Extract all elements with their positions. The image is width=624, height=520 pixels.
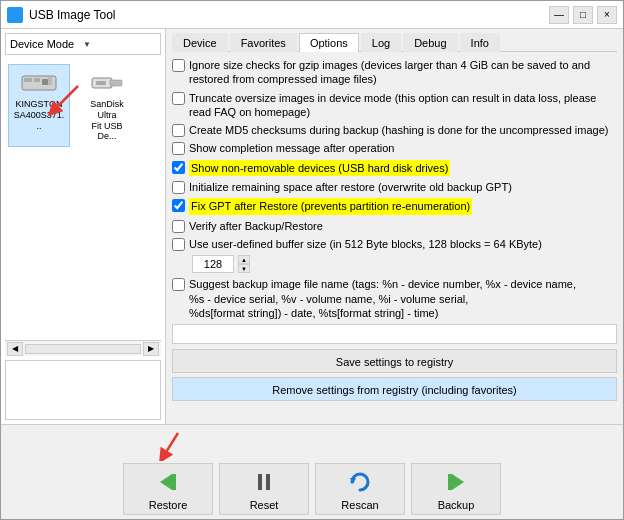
main-window: USB Image Tool — □ × Device Mode ▼ bbox=[0, 0, 624, 520]
dropdown-arrow-icon: ▼ bbox=[83, 40, 156, 49]
buffer-row: ▲ ▼ bbox=[192, 255, 617, 273]
checkbox-opt7[interactable] bbox=[172, 199, 185, 212]
tab-favorites[interactable]: Favorites bbox=[230, 33, 297, 52]
spinner-arrows: ▲ ▼ bbox=[238, 255, 250, 273]
rescan-label: Rescan bbox=[341, 499, 378, 511]
tab-info[interactable]: Info bbox=[460, 33, 500, 52]
device-item-sandisk[interactable]: SanDisk UltraFit USB De... bbox=[77, 65, 137, 146]
kingston-label: KINGSTONSA400S371... bbox=[13, 99, 65, 131]
option-label-2: Truncate oversize images in device mode … bbox=[189, 91, 617, 120]
tabs-bar: Device Favorites Options Log Debug Info bbox=[172, 33, 617, 52]
option-label-4: Show completion message after operation bbox=[189, 141, 394, 155]
main-content: Device Mode ▼ KINGSTONSA400 bbox=[1, 29, 623, 424]
window-title: USB Image Tool bbox=[29, 8, 549, 22]
backup-icon bbox=[442, 468, 470, 496]
svg-rect-1 bbox=[11, 13, 14, 15]
checkbox-opt1[interactable] bbox=[172, 59, 185, 72]
suggest-input-field[interactable] bbox=[172, 324, 617, 344]
svg-marker-18 bbox=[452, 474, 464, 490]
mode-label: Device Mode bbox=[10, 38, 83, 50]
backup-btn-container: Backup bbox=[411, 431, 501, 515]
tab-device[interactable]: Device bbox=[172, 33, 228, 52]
rescan-icon bbox=[346, 468, 374, 496]
tab-options[interactable]: Options bbox=[299, 33, 359, 52]
svg-rect-4 bbox=[24, 78, 32, 82]
sandisk-icon bbox=[87, 69, 127, 97]
device-item-kingston[interactable]: KINGSTONSA400S371... bbox=[9, 65, 69, 146]
remove-registry-button[interactable]: Remove settings from registry (including… bbox=[172, 377, 617, 401]
option-row-6: Initialize remaining space after restore… bbox=[172, 180, 617, 194]
reset-label: Reset bbox=[250, 499, 279, 511]
restore-icon bbox=[154, 468, 182, 496]
option-row-5: Show non-removable devices (USB hard dis… bbox=[172, 160, 617, 176]
reset-button[interactable]: Reset bbox=[219, 463, 309, 515]
checkbox-opt2[interactable] bbox=[172, 92, 185, 105]
restore-btn-container: Restore bbox=[123, 431, 213, 515]
backup-button[interactable]: Backup bbox=[411, 463, 501, 515]
suggest-option-label: Suggest backup image file name (tags: %n… bbox=[189, 277, 576, 320]
checkbox-opt9[interactable] bbox=[172, 238, 185, 251]
checkbox-opt5[interactable] bbox=[172, 161, 185, 174]
svg-point-2 bbox=[17, 12, 20, 15]
backup-label: Backup bbox=[438, 499, 475, 511]
svg-rect-7 bbox=[48, 77, 52, 85]
svg-rect-14 bbox=[172, 474, 176, 490]
mode-dropdown[interactable]: Device Mode ▼ bbox=[5, 33, 161, 55]
left-panel: Device Mode ▼ KINGSTONSA400 bbox=[1, 29, 166, 424]
save-registry-button[interactable]: Save settings to registry bbox=[172, 349, 617, 373]
spinner-up-button[interactable]: ▲ bbox=[238, 255, 250, 264]
checkbox-opt6[interactable] bbox=[172, 181, 185, 194]
right-panel: Device Favorites Options Log Debug Info … bbox=[166, 29, 623, 424]
reset-btn-container: Reset bbox=[219, 431, 309, 515]
spinner-down-button[interactable]: ▼ bbox=[238, 264, 250, 273]
checkbox-opt4[interactable] bbox=[172, 142, 185, 155]
reset-icon bbox=[250, 468, 278, 496]
option-row-9: Use user-defined buffer size (in 512 Byt… bbox=[172, 237, 617, 251]
option-label-7: Fix GPT after Restore (prevents partitio… bbox=[189, 198, 472, 214]
svg-rect-0 bbox=[9, 11, 21, 19]
svg-rect-5 bbox=[34, 78, 40, 82]
window-controls: — □ × bbox=[549, 6, 617, 24]
option-row-2: Truncate oversize images in device mode … bbox=[172, 91, 617, 120]
suggest-option-row: Suggest backup image file name (tags: %n… bbox=[172, 277, 617, 320]
device-list: KINGSTONSA400S371... SanDisk UltraFit US… bbox=[5, 61, 161, 340]
maximize-button[interactable]: □ bbox=[573, 6, 593, 24]
restore-button[interactable]: Restore bbox=[123, 463, 213, 515]
rescan-button[interactable]: Rescan bbox=[315, 463, 405, 515]
svg-rect-9 bbox=[110, 80, 122, 86]
buffer-size-input[interactable] bbox=[192, 255, 234, 273]
checkbox-opt3[interactable] bbox=[172, 124, 185, 137]
restore-label: Restore bbox=[149, 499, 188, 511]
horizontal-scrollbar[interactable]: ◀ ▶ bbox=[5, 340, 161, 356]
svg-line-12 bbox=[163, 433, 178, 457]
option-row-3: Create MD5 checksums during backup (hash… bbox=[172, 123, 617, 137]
option-row-1: Ignore size checks for gzip images (devi… bbox=[172, 58, 617, 87]
option-label-1: Ignore size checks for gzip images (devi… bbox=[189, 58, 617, 87]
rescan-btn-container: Rescan bbox=[315, 431, 405, 515]
option-row-8: Verify after Backup/Restore bbox=[172, 219, 617, 233]
checkbox-opt8[interactable] bbox=[172, 220, 185, 233]
device-info-area bbox=[5, 360, 161, 420]
option-row-4: Show completion message after operation bbox=[172, 141, 617, 155]
scroll-right-button[interactable]: ▶ bbox=[143, 342, 159, 356]
bottom-toolbar: Restore Reset bbox=[1, 424, 623, 519]
svg-rect-16 bbox=[266, 474, 270, 490]
app-icon bbox=[7, 7, 23, 23]
option-row-7: Fix GPT after Restore (prevents partitio… bbox=[172, 198, 617, 214]
svg-rect-10 bbox=[96, 81, 106, 85]
option-label-5: Show non-removable devices (USB hard dis… bbox=[189, 160, 450, 176]
svg-marker-13 bbox=[160, 474, 172, 490]
option-label-8: Verify after Backup/Restore bbox=[189, 219, 323, 233]
tab-log[interactable]: Log bbox=[361, 33, 401, 52]
options-panel: Ignore size checks for gzip images (devi… bbox=[172, 58, 617, 420]
option-label-6: Initialize remaining space after restore… bbox=[189, 180, 512, 194]
kingston-icon bbox=[19, 69, 59, 97]
scroll-left-button[interactable]: ◀ bbox=[7, 342, 23, 356]
checkbox-suggest[interactable] bbox=[172, 278, 185, 291]
svg-rect-19 bbox=[448, 474, 452, 490]
tab-debug[interactable]: Debug bbox=[403, 33, 457, 52]
close-button[interactable]: × bbox=[597, 6, 617, 24]
option-label-9: Use user-defined buffer size (in 512 Byt… bbox=[189, 237, 542, 251]
minimize-button[interactable]: — bbox=[549, 6, 569, 24]
svg-rect-15 bbox=[258, 474, 262, 490]
